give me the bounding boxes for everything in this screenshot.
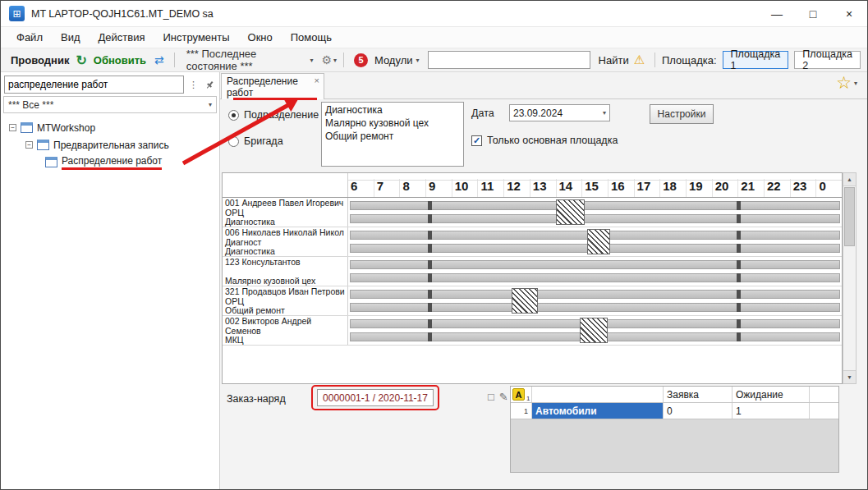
date-label: Дата <box>471 108 494 119</box>
modules-button[interactable]: Модули <box>373 54 415 66</box>
grid-header-filler <box>810 387 838 402</box>
gantt-body: 001 Андреев Павел ИгоревичОРЦДиагностика… <box>223 198 842 346</box>
sidebar-filter-combo[interactable]: *** Все *** ▾ <box>3 96 217 113</box>
tab-work-distribution[interactable]: Распределение работ × <box>221 73 324 99</box>
refresh-button[interactable]: Обновить <box>90 54 149 66</box>
site-2-button[interactable]: Площадка 2 <box>794 51 861 69</box>
toolbar-search-input[interactable] <box>428 51 590 69</box>
hour-label: 9 <box>425 179 452 197</box>
shift-bar[interactable] <box>350 214 840 223</box>
grid-cell-name[interactable]: Автомобили <box>532 403 664 419</box>
menu-item-window[interactable]: Окно <box>239 29 282 46</box>
close-button[interactable]: × <box>831 1 867 26</box>
list-item[interactable]: Диагностика <box>322 103 463 117</box>
site-1-button[interactable]: Площадка 1 <box>723 51 789 69</box>
modules-chevron-icon[interactable]: ▾ <box>416 57 420 64</box>
checkbox-check-icon[interactable]: ✓ <box>471 135 482 146</box>
grid-cell-request[interactable]: 0 <box>664 403 733 419</box>
main-site-checkbox[interactable]: ✓ Только основная площадка <box>471 135 618 146</box>
gear-chevron-icon[interactable]: ▾ <box>333 57 337 64</box>
gantt-row-timeline[interactable] <box>348 257 842 286</box>
menu-item-help[interactable]: Помощь <box>282 29 341 46</box>
find-button[interactable]: Найти <box>599 54 629 66</box>
collapse-icon[interactable]: − <box>9 124 16 131</box>
more-options-icon[interactable]: ⋮ <box>186 76 200 93</box>
menu-item-tools[interactable]: Инструменты <box>154 29 238 46</box>
modules-count-badge: 5 <box>354 53 368 67</box>
hour-label: 11 <box>477 179 503 197</box>
shift-boundary-mark <box>737 260 741 269</box>
main-site-checkbox-label: Только основная площадка <box>487 135 618 146</box>
favorites-control[interactable]: ☆ ▾ <box>836 75 857 91</box>
sync-arrows-icon[interactable]: ⇄ <box>151 53 168 66</box>
settings-button[interactable]: Настройки <box>650 104 714 124</box>
gear-icon[interactable]: ⚙ <box>320 53 333 66</box>
scroll-down-icon[interactable]: ▼ <box>843 370 856 383</box>
division-listbox[interactable]: Диагностика Малярно кузовной цех Общий р… <box>321 102 464 167</box>
busy-interval[interactable] <box>512 288 538 314</box>
gantt-row: 002 Викторов Андрей СеменовМКЦОбщий ремо… <box>223 316 842 346</box>
order-picker-icon[interactable]: □ <box>488 391 494 403</box>
gantt-row-timeline[interactable] <box>348 316 842 345</box>
list-item[interactable]: Малярно кузовной цех <box>322 117 463 130</box>
date-picker[interactable]: 23.09.2024 ▾ <box>509 104 610 121</box>
sidebar-search-input[interactable] <box>4 76 184 94</box>
refresh-icon[interactable]: ↻ <box>74 53 88 68</box>
shift-bar[interactable] <box>350 201 840 210</box>
minimize-button[interactable]: — <box>759 1 795 26</box>
hour-label: 21 <box>737 179 764 197</box>
radio-button-icon[interactable] <box>228 110 239 121</box>
chevron-down-icon: ▾ <box>310 57 314 64</box>
vertical-scrollbar[interactable]: ▲ ▼ <box>843 172 857 384</box>
order-edit-icon[interactable]: ✎ <box>499 391 508 403</box>
pin-icon[interactable] <box>203 76 217 93</box>
hour-label: 14 <box>556 179 582 197</box>
warning-icon: ⚠ <box>631 53 648 67</box>
list-item[interactable]: Общий ремонт <box>322 130 463 143</box>
shift-bar[interactable] <box>350 290 840 299</box>
shift-bar[interactable] <box>350 303 840 312</box>
gantt-row-name: 002 Викторов Андрей СеменовМКЦОбщий ремо… <box>223 316 348 345</box>
gantt-row-timeline[interactable] <box>348 286 842 315</box>
gantt-corner <box>223 173 348 197</box>
auto-filter-icon[interactable]: A <box>512 388 525 401</box>
menu-item-actions[interactable]: Действия <box>90 29 154 46</box>
scroll-up-icon[interactable]: ▲ <box>843 173 856 186</box>
gantt-row-timeline[interactable] <box>348 198 842 227</box>
grid-header-waiting[interactable]: Ожидание <box>733 387 810 402</box>
busy-interval[interactable] <box>587 229 610 254</box>
tree-node-work-distribution[interactable]: Распределение работ <box>2 153 218 171</box>
state-combo[interactable]: *** Последнее состояние *** ▾ <box>181 46 319 74</box>
favorites-star-icon[interactable]: ☆ <box>836 75 852 91</box>
menu-item-view[interactable]: Вид <box>52 29 90 46</box>
busy-interval[interactable] <box>556 199 585 225</box>
grid-header-name[interactable] <box>532 387 664 402</box>
radio-button-icon[interactable] <box>228 136 239 147</box>
grid-cell-waiting[interactable]: 1 <box>733 403 810 419</box>
radio-brigade[interactable]: Бригада <box>228 135 283 147</box>
explorer-toggle-button[interactable]: Проводник <box>7 54 72 66</box>
shift-boundary-mark <box>737 201 741 210</box>
order-number-field[interactable]: 0000001-1 / 2020-11-17 <box>317 389 434 406</box>
gantt-row-timeline[interactable] <box>348 227 842 256</box>
hour-label: 15 <box>581 179 608 197</box>
tree-node-mtworkshop[interactable]: − MTWorkshop <box>2 119 218 136</box>
tree-node-preliminary-record[interactable]: − Предварительная запись <box>2 136 218 153</box>
hour-label: 17 <box>634 179 660 197</box>
shift-bar[interactable] <box>350 273 840 282</box>
busy-interval[interactable] <box>580 318 609 343</box>
radio-division[interactable]: Подразделение <box>228 109 319 121</box>
collapse-icon[interactable]: − <box>25 141 33 149</box>
hour-label: 22 <box>764 179 790 197</box>
hour-label: 13 <box>530 179 556 197</box>
tab-close-icon[interactable]: × <box>315 74 324 99</box>
hour-label: 20 <box>712 179 738 197</box>
maximize-button[interactable]: □ <box>795 1 831 26</box>
shift-bar[interactable] <box>350 260 840 269</box>
sidebar-filter-value: *** Все *** <box>8 99 53 111</box>
grid-corner[interactable]: A 1 <box>511 387 532 402</box>
grid-header-request[interactable]: Заявка <box>664 387 733 402</box>
menu-item-file[interactable]: Файл <box>7 29 52 46</box>
scrollbar-thumb[interactable] <box>844 187 855 246</box>
gantt-row: 006 Николаев Николай НиколДиагностДиагно… <box>223 227 842 257</box>
